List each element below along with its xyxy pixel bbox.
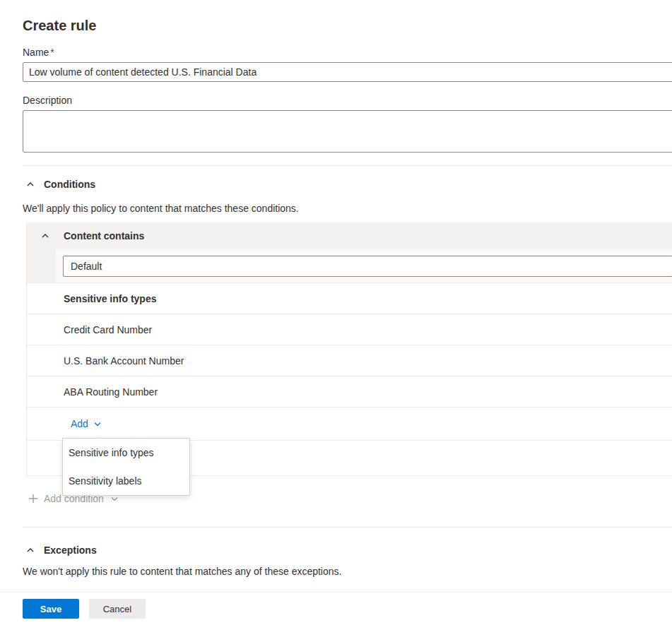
variant-name-input[interactable] (63, 256, 672, 277)
sensitive-info-type-row[interactable]: ABA Routing Number (27, 376, 672, 407)
exceptions-section-header[interactable]: Exceptions (23, 544, 672, 556)
name-label-text: Name (23, 47, 49, 58)
conditions-section-header[interactable]: Conditions (23, 179, 672, 190)
add-row: Add Sensitive info types Sensitivity lab… (27, 407, 672, 441)
description-textarea[interactable] (23, 110, 672, 153)
chevron-up-icon[interactable] (25, 179, 35, 189)
name-input[interactable] (23, 62, 672, 82)
menu-item-sensitivity-labels[interactable]: Sensitivity labels (63, 467, 189, 495)
conditions-section-label: Conditions (44, 179, 95, 190)
content-contains-header[interactable]: Content contains (27, 222, 672, 249)
add-dropdown-menu: Sensitive info types Sensitivity labels (62, 438, 190, 496)
footer-bar: Save Cancel (0, 592, 672, 625)
description-label: Description (23, 93, 672, 107)
variant-row (27, 249, 672, 283)
page-title: Create rule (23, 16, 672, 35)
content-contains-label: Content contains (64, 230, 144, 242)
exceptions-section-label: Exceptions (44, 544, 97, 556)
content-contains-group: Content contains Sensitive info types Cr… (26, 222, 672, 476)
sensitive-info-type-row[interactable]: U.S. Bank Account Number (27, 345, 672, 376)
chevron-up-icon[interactable] (40, 231, 50, 241)
chevron-down-icon (93, 419, 102, 429)
plus-icon (28, 494, 38, 504)
name-label: Name* (23, 45, 672, 59)
save-button[interactable]: Save (23, 599, 79, 619)
variant-row-gutter (27, 249, 56, 282)
cancel-button[interactable]: Cancel (89, 599, 146, 619)
required-asterisk: * (50, 47, 54, 58)
add-button-label: Add (71, 418, 88, 429)
sensitive-info-type-row[interactable]: Credit Card Number (27, 314, 672, 345)
add-button[interactable]: Add (71, 418, 102, 429)
conditions-subtitle: We'll apply this policy to content that … (23, 201, 672, 215)
menu-item-sensitive-info-types[interactable]: Sensitive info types (63, 439, 189, 467)
exceptions-subtitle: We won't apply this rule to content that… (23, 566, 672, 577)
sensitive-info-types-header: Sensitive info types (27, 283, 672, 314)
chevron-up-icon[interactable] (25, 545, 35, 555)
create-rule-panel: Create rule Name* Description Conditions… (0, 0, 672, 577)
section-divider (23, 165, 672, 166)
section-divider (23, 527, 672, 528)
